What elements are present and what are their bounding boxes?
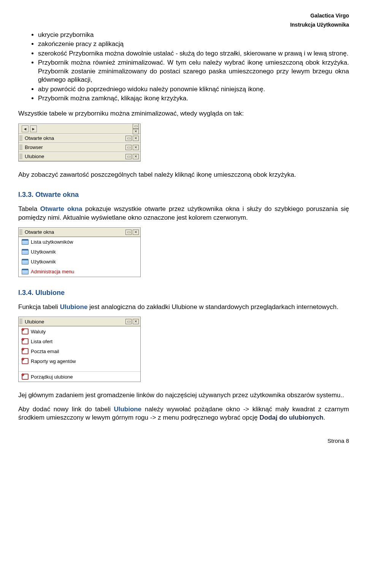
window-icon [22, 259, 29, 265]
collapsed-row-browser[interactable]: Browser ▭ ✕ [19, 143, 140, 152]
text: Aby dodać nowy link do tabeli [18, 406, 114, 413]
close-icon[interactable]: ✕ [133, 230, 139, 235]
favorites-header: Ulubione ▭ ✕ [19, 317, 140, 326]
collapsed-row-label: Browser [24, 144, 125, 151]
nav-forward-button[interactable]: ► [30, 125, 37, 132]
close-icon[interactable]: ✕ [133, 145, 139, 150]
doc-subtitle: Instrukcja Użytkownika [18, 21, 349, 28]
favorites-panel: Ulubione ▭ ✕ Waluty Lista ofert Poczta e… [18, 317, 141, 382]
page-number: Strona 8 [18, 437, 349, 445]
restore-icon[interactable]: ▭ [133, 124, 139, 129]
heading-otwarte-okna: I.3.3. Otwarte okna [18, 190, 349, 200]
favorite-label: Lista ofert [31, 338, 52, 345]
bullet-item: zakończenie pracy z aplikacją [38, 40, 349, 48]
paragraph-ulubione: Funkcja tabeli Ulubione jest analogiczna… [18, 303, 349, 311]
term-dodaj-do-ulubionych: Dodaj do ulubionych [259, 414, 323, 421]
paragraph-minimized-intro: Wszystkie tabele w przyborniku można zmi… [18, 109, 349, 118]
term-ulubione: Ulubione [60, 303, 88, 311]
restore-icon[interactable]: ▭ [125, 136, 132, 141]
organize-favorites[interactable]: Porządkuj ulubione [19, 371, 140, 382]
open-windows-header: Otwarte okna ▭ ✕ [19, 228, 140, 237]
bullet-item: aby powrócić do poprzedniego widoku nale… [38, 85, 349, 94]
restore-icon[interactable]: ▭ [125, 145, 132, 150]
favorite-item[interactable]: Raporty wg agentów [19, 356, 140, 366]
window-icon [22, 249, 29, 255]
window-item-label: Użytkownik [31, 249, 56, 255]
bookmark-icon [22, 358, 29, 364]
bullet-item: Przybornik można również zminimalizować.… [38, 59, 349, 84]
paragraph-expand-hint: Aby zobaczyć zawartość poszczególnych ta… [18, 171, 349, 179]
favorite-item[interactable]: Waluty [19, 326, 140, 336]
feature-bullet-list: ukrycie przybornika zakończenie pracy z … [18, 31, 349, 103]
panel-title: Otwarte okna [24, 229, 125, 235]
close-icon[interactable]: ✕ [133, 154, 139, 159]
bookmark-icon [22, 338, 29, 344]
close-icon[interactable]: ✕ [133, 136, 139, 141]
organize-favorites-label: Porządkuj ulubione [31, 374, 73, 380]
bookmark-icon [22, 328, 29, 334]
window-item[interactable]: Użytkownik [19, 257, 140, 267]
window-icon [22, 269, 29, 274]
paragraph-otwarte-okna: Tabela Otwarte okna pokazuje wszystkie o… [18, 205, 349, 222]
bookmark-icon [22, 374, 29, 380]
window-icon [22, 239, 29, 245]
term-ulubione-2: Ulubione [114, 406, 141, 413]
window-item-active[interactable]: Administracja menu [19, 267, 140, 277]
collapsed-row-otwarte[interactable]: Otwarte okna ▭ ✕ [19, 134, 140, 143]
bookmark-icon [22, 348, 29, 354]
close-icon[interactable]: ✕ [133, 129, 139, 134]
collapsed-row-label: Ulubione [24, 153, 125, 160]
window-item-label: Lista użytkowników [31, 239, 73, 245]
grip-icon [19, 230, 22, 235]
window-item[interactable]: Użytkownik [19, 247, 140, 257]
term-otwarte-okna: Otwarte okna [40, 205, 83, 212]
window-item-label: Użytkownik [31, 258, 56, 265]
bullet-item: ukrycie przybornika [38, 31, 349, 39]
grip-icon [19, 136, 22, 141]
favorite-label: Waluty [31, 328, 46, 335]
text: . [324, 414, 325, 421]
paragraph-favorites-purpose: Jej głównym zadaniem jest gromadzenie li… [18, 391, 349, 399]
restore-icon[interactable]: ▭ [125, 319, 132, 324]
doc-brand: Galactica Virgo [18, 12, 349, 19]
restore-icon[interactable]: ▭ [125, 230, 132, 235]
favorite-label: Poczta email [31, 348, 59, 355]
grip-icon [19, 319, 22, 324]
favorite-item[interactable]: Lista ofert [19, 336, 140, 346]
window-item[interactable]: Lista użytkowników [19, 237, 140, 247]
bullet-item: szerokość Przybornika można dowolnie ust… [38, 49, 349, 58]
collapsed-row-ulubione[interactable]: Ulubione ▭ ✕ [19, 152, 140, 161]
grip-icon [19, 145, 22, 150]
collapsed-row-label: Otwarte okna [24, 135, 125, 141]
favorite-item[interactable]: Poczta email [19, 346, 140, 356]
text: Funkcja tabeli [18, 303, 60, 311]
panel-title: Ulubione [24, 319, 125, 325]
toolbox-collapsed-panel: ◄ ► ▭ ✕ Otwarte okna ▭ ✕ Browser ▭ ✕ Ulu… [18, 124, 141, 162]
paragraph-add-favorite: Aby dodać nowy link do tabeli Ulubione n… [18, 405, 349, 422]
heading-ulubione: I.3.4. Ulubione [18, 288, 349, 298]
close-icon[interactable]: ✕ [133, 319, 139, 324]
grip-icon [19, 154, 22, 159]
bullet-item: Przybornik można zamknąć, klikając ikonę… [38, 94, 349, 103]
window-item-label: Administracja menu [31, 268, 74, 275]
favorite-label: Raporty wg agentów [31, 358, 76, 365]
restore-icon[interactable]: ▭ [125, 154, 132, 159]
text: jest analogiczna do zakładki Ulubione w … [87, 303, 338, 311]
nav-back-button[interactable]: ◄ [22, 125, 29, 132]
open-windows-panel: Otwarte okna ▭ ✕ Lista użytkowników Użyt… [18, 227, 141, 277]
text: Tabela [18, 205, 40, 212]
toolbox-nav-row: ◄ ► ▭ ✕ [19, 124, 140, 134]
